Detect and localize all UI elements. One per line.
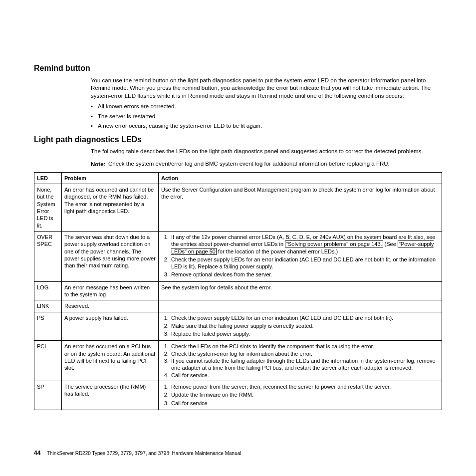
- list-item: Remove power from the server; then, reco…: [170, 383, 439, 390]
- cell-led: SP: [34, 381, 62, 410]
- page-number: 44: [34, 450, 40, 457]
- cell-action: Check the LEDs on the PCI slots to ident…: [159, 341, 442, 381]
- table-row: PS A power supply has failed. Check the …: [34, 312, 442, 341]
- cell-problem: An error has occurred on a PCI bus or on…: [62, 341, 159, 381]
- list-item: Remove optional devices from the server.: [170, 271, 439, 278]
- footer-text: ThinkServer RD220 Types 3729, 3779, 3797…: [47, 451, 241, 456]
- cell-led: LOG: [34, 281, 62, 300]
- cell-led: None, but the System Error LED is lit.: [34, 184, 62, 232]
- list-item: All known errors are corrected.: [91, 103, 442, 111]
- cell-action: If any of the 12v power channel error LE…: [159, 231, 442, 281]
- list-item: Update the firmware on the RMM.: [170, 391, 439, 398]
- remind-paragraph: You can use the remind button on the lig…: [91, 77, 442, 100]
- list-item: Replace the failed power supply.: [170, 330, 439, 337]
- cell-action: Check the power supply LEDs for an error…: [159, 312, 442, 341]
- table-row: OVER SPEC The server was shut down due t…: [34, 231, 442, 281]
- cell-action: [159, 300, 442, 312]
- led-table: LED Problem Action None, but the System …: [34, 172, 442, 410]
- list-item: Check the power supply LEDs for an error…: [170, 256, 439, 270]
- table-row: LOG An error message has been written to…: [34, 281, 442, 300]
- cell-problem: Reserved.: [62, 300, 159, 312]
- cell-problem: An error has occurred and cannot be diag…: [62, 184, 159, 232]
- list-item: A new error occurs, causing the system-e…: [91, 122, 442, 130]
- cell-problem: A power supply has failed.: [62, 312, 159, 341]
- page-footer: 44 ThinkServer RD220 Types 3729, 3779, 3…: [34, 449, 241, 457]
- cell-action: Use the Server Configuration and Boot Ma…: [159, 184, 442, 232]
- list-item: Call for service: [170, 400, 439, 407]
- list-item: Call for service.: [170, 372, 439, 379]
- remind-bullet-list: All known errors are corrected. The serv…: [91, 103, 442, 130]
- list-item: Check the system-error log for informati…: [170, 350, 439, 357]
- note-label: Note:: [91, 161, 105, 167]
- cell-led: LINK: [34, 300, 62, 312]
- light-path-paragraph: The following table describes the LEDs o…: [91, 148, 442, 156]
- cell-problem: The service processor (the RMM) has fail…: [62, 381, 159, 410]
- list-item: Check the LEDs on the PCI slots to ident…: [170, 343, 439, 350]
- heading-light-path: Light path diagnostics LEDs: [34, 134, 442, 145]
- table-row: None, but the System Error LED is lit. A…: [34, 184, 442, 232]
- cell-led: PCI: [34, 341, 62, 381]
- cell-problem: An error message has been written to the…: [62, 281, 159, 300]
- list-item: If any of the 12v power channel error LE…: [170, 234, 439, 255]
- th-action: Action: [159, 172, 442, 184]
- cell-action: See the system log for details about the…: [159, 281, 442, 300]
- list-item: The server is restarted.: [91, 113, 442, 121]
- th-led: LED: [34, 172, 62, 184]
- note-block: Note: Check the system event/error log a…: [91, 161, 442, 168]
- note-text: Check the system event/error log and BMC…: [108, 160, 442, 168]
- list-item: Check the power supply LEDs for an error…: [170, 314, 439, 321]
- table-row: PCI An error has occurred on a PCI bus o…: [34, 341, 442, 381]
- cell-led: OVER SPEC: [34, 231, 62, 281]
- heading-remind-button: Remind button: [34, 63, 442, 74]
- cell-led: PS: [34, 312, 62, 341]
- table-row: SP The service processor (the RMM) has f…: [34, 381, 442, 410]
- xref-link[interactable]: "Solving power problems" on page 143.: [285, 240, 383, 247]
- cell-action: Remove power from the server; then, reco…: [159, 381, 442, 410]
- cell-problem: The server was shut down due to a power …: [62, 231, 159, 281]
- list-item: Make sure that the failing power supply …: [170, 322, 439, 329]
- table-row: LINK Reserved.: [34, 300, 442, 312]
- list-item: If you cannot isolate the failing adapte…: [170, 357, 439, 372]
- th-problem: Problem: [62, 172, 159, 184]
